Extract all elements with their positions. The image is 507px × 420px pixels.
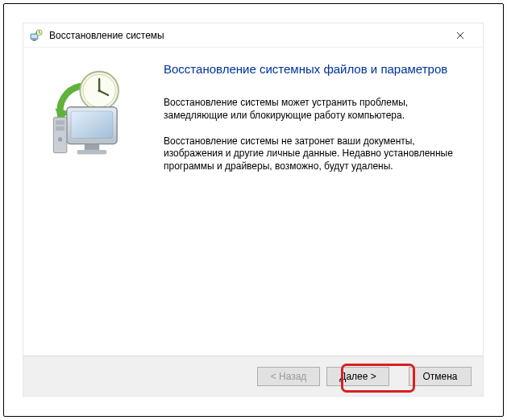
paragraph-1: Восстановление системы может устранить п… — [164, 97, 459, 123]
titlebar: Восстановление системы — [23, 23, 483, 48]
svg-rect-11 — [71, 111, 112, 138]
svg-point-17 — [58, 137, 63, 142]
next-button[interactable]: Далее > — [326, 367, 389, 386]
footer-bar: < Назад Далее > Отмена — [23, 356, 483, 396]
svg-rect-12 — [85, 144, 99, 150]
window-title: Восстановление системы — [49, 30, 444, 41]
svg-rect-13 — [77, 150, 107, 155]
close-button[interactable] — [444, 25, 476, 46]
system-restore-icon — [30, 29, 43, 42]
back-button: < Назад — [257, 367, 320, 386]
page-heading: Восстановление системных файлов и параме… — [164, 62, 459, 76]
paragraph-2: Восстановление системы не затронет ваши … — [164, 135, 459, 173]
text-column: Восстановление системных файлов и параме… — [160, 54, 459, 347]
system-restore-dialog: Восстановление системы — [23, 23, 484, 397]
cancel-button[interactable]: Отмена — [409, 367, 472, 386]
hero-column — [48, 54, 160, 347]
content-area: Восстановление системных файлов и параме… — [23, 48, 483, 356]
system-restore-hero-icon — [48, 65, 136, 162]
svg-rect-1 — [31, 35, 37, 38]
svg-rect-2 — [33, 40, 36, 41]
svg-rect-16 — [56, 127, 64, 131]
svg-rect-15 — [56, 120, 64, 125]
close-icon — [456, 31, 464, 40]
svg-point-8 — [98, 89, 101, 93]
